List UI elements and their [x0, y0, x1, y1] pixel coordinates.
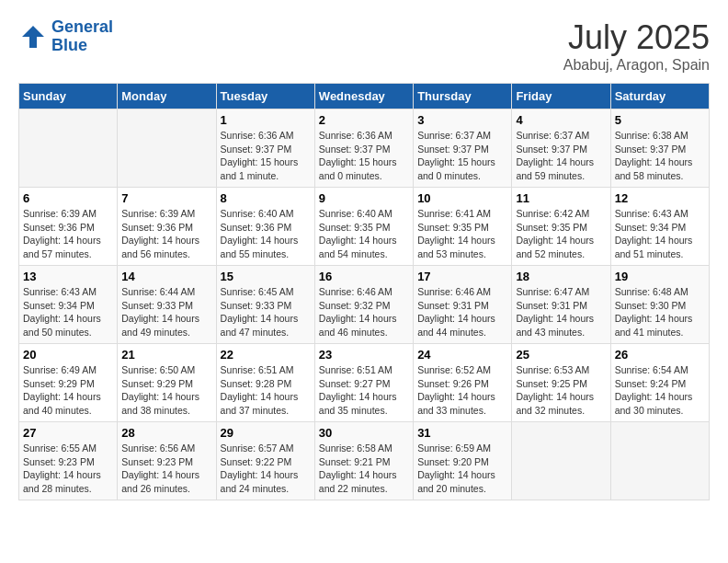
day-info: Sunrise: 6:51 AM Sunset: 9:28 PM Dayligh… [221, 363, 311, 418]
calendar-cell: 27Sunrise: 6:55 AM Sunset: 9:23 PM Dayli… [19, 422, 118, 500]
day-info: Sunrise: 6:42 AM Sunset: 9:35 PM Dayligh… [516, 207, 606, 261]
logo-icon [18, 22, 48, 52]
day-info: Sunrise: 6:50 AM Sunset: 9:29 PM Dayligh… [121, 363, 211, 418]
logo-text: General Blue [51, 18, 113, 55]
day-number: 20 [23, 348, 113, 362]
day-info: Sunrise: 6:46 AM Sunset: 9:32 PM Dayligh… [319, 285, 409, 339]
day-number: 27 [23, 426, 113, 440]
calendar-cell: 1Sunrise: 6:36 AM Sunset: 9:37 PM Daylig… [216, 109, 314, 188]
calendar-cell: 23Sunrise: 6:51 AM Sunset: 9:27 PM Dayli… [314, 344, 413, 422]
day-info: Sunrise: 6:55 AM Sunset: 9:23 PM Dayligh… [23, 442, 113, 496]
day-info: Sunrise: 6:56 AM Sunset: 9:23 PM Dayligh… [121, 442, 211, 496]
calendar-cell: 24Sunrise: 6:52 AM Sunset: 9:26 PM Dayli… [414, 344, 512, 422]
calendar-cell: 5Sunrise: 6:38 AM Sunset: 9:37 PM Daylig… [610, 109, 709, 188]
day-info: Sunrise: 6:40 AM Sunset: 9:36 PM Dayligh… [221, 207, 311, 261]
day-number: 31 [417, 426, 507, 440]
calendar-cell [118, 109, 216, 188]
day-number: 7 [121, 191, 211, 205]
day-number: 22 [221, 348, 311, 362]
calendar-table: SundayMondayTuesdayWednesdayThursdayFrid… [18, 83, 710, 500]
day-number: 18 [516, 270, 606, 283]
day-info: Sunrise: 6:51 AM Sunset: 9:27 PM Dayligh… [319, 363, 409, 418]
day-info: Sunrise: 6:43 AM Sunset: 9:34 PM Dayligh… [615, 207, 705, 261]
month-title: July 2025 [563, 18, 710, 57]
calendar-cell [512, 422, 610, 500]
calendar-cell: 20Sunrise: 6:49 AM Sunset: 9:29 PM Dayli… [19, 344, 118, 422]
day-number: 28 [121, 426, 211, 440]
day-number: 11 [516, 191, 606, 205]
day-info: Sunrise: 6:38 AM Sunset: 9:37 PM Dayligh… [615, 129, 705, 183]
day-number: 29 [221, 426, 311, 440]
day-info: Sunrise: 6:36 AM Sunset: 9:37 PM Dayligh… [319, 129, 409, 183]
day-info: Sunrise: 6:45 AM Sunset: 9:33 PM Dayligh… [221, 285, 311, 339]
weekday-header-tuesday: Tuesday [216, 84, 314, 109]
calendar-cell: 12Sunrise: 6:43 AM Sunset: 9:34 PM Dayli… [610, 188, 709, 266]
week-row-0: 1Sunrise: 6:36 AM Sunset: 9:37 PM Daylig… [19, 109, 710, 188]
logo: General Blue [18, 18, 113, 55]
calendar-cell: 3Sunrise: 6:37 AM Sunset: 9:37 PM Daylig… [414, 109, 512, 188]
calendar-cell [610, 422, 709, 500]
day-number: 4 [516, 113, 606, 127]
day-info: Sunrise: 6:37 AM Sunset: 9:37 PM Dayligh… [417, 129, 507, 183]
day-number: 21 [121, 348, 211, 362]
day-number: 30 [319, 426, 409, 440]
calendar-cell: 11Sunrise: 6:42 AM Sunset: 9:35 PM Dayli… [512, 188, 610, 266]
day-number: 14 [121, 270, 211, 283]
day-number: 13 [23, 270, 113, 283]
day-info: Sunrise: 6:41 AM Sunset: 9:35 PM Dayligh… [417, 207, 507, 261]
day-info: Sunrise: 6:58 AM Sunset: 9:21 PM Dayligh… [319, 442, 409, 496]
weekday-header-friday: Friday [512, 84, 610, 109]
calendar-cell: 15Sunrise: 6:45 AM Sunset: 9:33 PM Dayli… [216, 266, 314, 344]
calendar-cell: 19Sunrise: 6:48 AM Sunset: 9:30 PM Dayli… [610, 266, 709, 344]
calendar-cell: 31Sunrise: 6:59 AM Sunset: 9:20 PM Dayli… [414, 422, 512, 500]
calendar-cell: 7Sunrise: 6:39 AM Sunset: 9:36 PM Daylig… [118, 188, 216, 266]
calendar-cell: 6Sunrise: 6:39 AM Sunset: 9:36 PM Daylig… [19, 188, 118, 266]
weekday-header-monday: Monday [118, 84, 216, 109]
day-number: 6 [23, 191, 113, 205]
calendar-cell: 25Sunrise: 6:53 AM Sunset: 9:25 PM Dayli… [512, 344, 610, 422]
day-info: Sunrise: 6:37 AM Sunset: 9:37 PM Dayligh… [516, 129, 606, 183]
day-number: 26 [615, 348, 705, 362]
week-row-2: 13Sunrise: 6:43 AM Sunset: 9:34 PM Dayli… [19, 266, 710, 344]
day-number: 19 [615, 270, 705, 283]
day-info: Sunrise: 6:59 AM Sunset: 9:20 PM Dayligh… [417, 442, 507, 496]
weekday-header-saturday: Saturday [610, 84, 709, 109]
page-header: General Blue July 2025 Ababuj, Aragon, S… [18, 18, 710, 74]
day-info: Sunrise: 6:54 AM Sunset: 9:24 PM Dayligh… [615, 363, 705, 418]
day-number: 15 [221, 270, 311, 283]
day-info: Sunrise: 6:43 AM Sunset: 9:34 PM Dayligh… [23, 285, 113, 339]
weekday-header-thursday: Thursday [414, 84, 512, 109]
day-number: 2 [319, 113, 409, 127]
title-block: July 2025 Ababuj, Aragon, Spain [563, 18, 710, 74]
week-row-3: 20Sunrise: 6:49 AM Sunset: 9:29 PM Dayli… [19, 344, 710, 422]
calendar-cell: 2Sunrise: 6:36 AM Sunset: 9:37 PM Daylig… [314, 109, 413, 188]
day-number: 5 [615, 113, 705, 127]
day-number: 17 [417, 270, 507, 283]
weekday-header-row: SundayMondayTuesdayWednesdayThursdayFrid… [19, 84, 710, 109]
day-number: 9 [319, 191, 409, 205]
day-number: 16 [319, 270, 409, 283]
week-row-1: 6Sunrise: 6:39 AM Sunset: 9:36 PM Daylig… [19, 188, 710, 266]
weekday-header-sunday: Sunday [19, 84, 118, 109]
day-number: 25 [516, 348, 606, 362]
day-info: Sunrise: 6:40 AM Sunset: 9:35 PM Dayligh… [319, 207, 409, 261]
day-info: Sunrise: 6:49 AM Sunset: 9:29 PM Dayligh… [23, 363, 113, 418]
calendar-cell: 8Sunrise: 6:40 AM Sunset: 9:36 PM Daylig… [216, 188, 314, 266]
day-info: Sunrise: 6:39 AM Sunset: 9:36 PM Dayligh… [23, 207, 113, 261]
calendar-cell: 21Sunrise: 6:50 AM Sunset: 9:29 PM Dayli… [118, 344, 216, 422]
day-info: Sunrise: 6:46 AM Sunset: 9:31 PM Dayligh… [417, 285, 507, 339]
day-number: 8 [221, 191, 311, 205]
day-number: 12 [615, 191, 705, 205]
calendar-cell: 18Sunrise: 6:47 AM Sunset: 9:31 PM Dayli… [512, 266, 610, 344]
week-row-4: 27Sunrise: 6:55 AM Sunset: 9:23 PM Dayli… [19, 422, 710, 500]
day-number: 24 [417, 348, 507, 362]
calendar-cell: 10Sunrise: 6:41 AM Sunset: 9:35 PM Dayli… [414, 188, 512, 266]
day-number: 10 [417, 191, 507, 205]
calendar-cell: 4Sunrise: 6:37 AM Sunset: 9:37 PM Daylig… [512, 109, 610, 188]
day-info: Sunrise: 6:48 AM Sunset: 9:30 PM Dayligh… [615, 285, 705, 339]
day-info: Sunrise: 6:44 AM Sunset: 9:33 PM Dayligh… [121, 285, 211, 339]
calendar-cell: 17Sunrise: 6:46 AM Sunset: 9:31 PM Dayli… [414, 266, 512, 344]
day-number: 23 [319, 348, 409, 362]
day-info: Sunrise: 6:53 AM Sunset: 9:25 PM Dayligh… [516, 363, 606, 418]
logo-line2: Blue [51, 36, 87, 54]
